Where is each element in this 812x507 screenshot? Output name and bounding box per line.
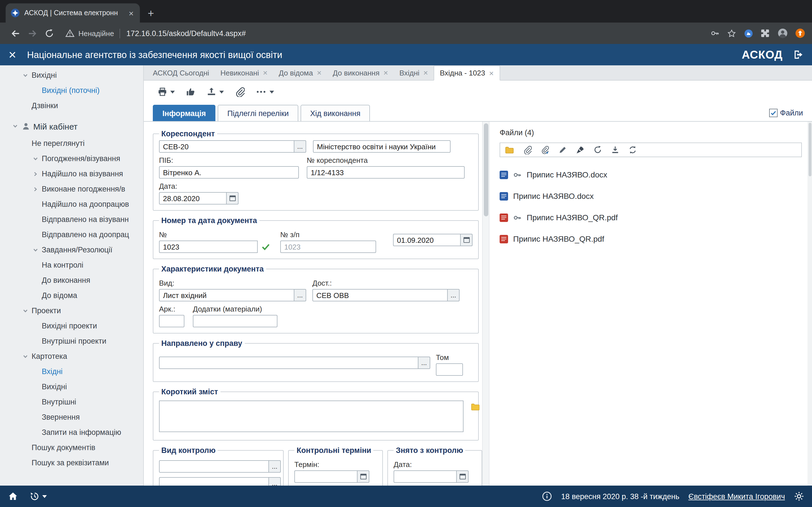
sidebar-item[interactable]: Запити на інформацію <box>0 425 143 440</box>
sidebar-item[interactable]: Вхідні <box>0 364 143 379</box>
extensions-puzzle-icon[interactable] <box>761 29 770 38</box>
current-user-link[interactable]: Євстіфеєв Микита Ігорович <box>688 492 785 501</box>
sync-button[interactable] <box>628 145 637 154</box>
sidebar-item[interactable]: Завдання/Резолюції <box>0 242 143 258</box>
sidebar-item[interactable]: Картотека <box>0 349 143 364</box>
tab-execution-progress[interactable]: Хід виконання <box>301 105 370 121</box>
tab-close-icon[interactable]: × <box>489 69 494 77</box>
add-file-button[interactable] <box>505 145 514 155</box>
folder-button[interactable] <box>471 403 480 411</box>
file-item[interactable]: Припис НАЗЯВО.docx <box>500 164 802 185</box>
document-tab[interactable]: До виконання× <box>327 65 394 80</box>
doc-zp-input[interactable] <box>280 240 376 253</box>
control-kind-input-2[interactable] <box>159 477 269 486</box>
more-dots-button[interactable] <box>251 84 278 100</box>
not-secure-warning-icon[interactable] <box>65 29 74 38</box>
document-tab[interactable]: Вхідні× <box>394 65 434 80</box>
calendar-button[interactable] <box>357 470 369 483</box>
attach-sign-button[interactable] <box>540 145 550 155</box>
tab-close-icon[interactable]: × <box>423 69 428 76</box>
update-badge-icon[interactable] <box>795 28 805 38</box>
termin-input[interactable] <box>294 470 357 483</box>
sidebar-item[interactable]: Надійшло на доопрацюв <box>0 196 143 212</box>
control-kind-browse-button[interactable]: ... <box>268 460 281 473</box>
ark-input[interactable] <box>159 315 185 327</box>
pib-input[interactable] <box>159 166 299 179</box>
correspondent-browse-button[interactable]: ... <box>294 140 306 153</box>
vid-input[interactable] <box>159 289 294 301</box>
control-off-date-input[interactable] <box>394 470 457 483</box>
sidebar-item[interactable]: Надійшло на візування <box>0 166 143 181</box>
paperclip-button[interactable] <box>230 84 249 100</box>
calendar-button[interactable] <box>460 234 472 246</box>
browser-tab[interactable]: АСКОД | Система електронн × <box>6 3 140 22</box>
file-item[interactable]: Припис НАЗЯВО_QR.pdf <box>500 207 802 228</box>
attach-button[interactable] <box>523 145 532 154</box>
extension-icon[interactable] <box>744 29 753 38</box>
sidebar-item[interactable]: До виконання <box>0 273 143 288</box>
collapse-sidebar-button[interactable]: × <box>0 48 25 61</box>
document-tab[interactable]: До відома× <box>273 65 327 80</box>
correspondent-code-input[interactable] <box>159 140 294 153</box>
correspondent-org-input[interactable] <box>313 140 451 153</box>
dost-input[interactable] <box>312 289 448 301</box>
checkbox-checked-icon[interactable] <box>769 109 778 117</box>
tom-input[interactable] <box>436 363 463 376</box>
scrollbar-thumb[interactable] <box>484 123 488 216</box>
dodatky-input[interactable] <box>193 315 277 327</box>
dost-browse-button[interactable]: ... <box>447 289 460 301</box>
sidebar-item[interactable]: Вихідні <box>0 379 143 394</box>
printer-button[interactable] <box>153 84 179 100</box>
tab-close-icon[interactable]: × <box>384 69 388 76</box>
sidebar-item[interactable]: Відправлено на візуванн <box>0 212 143 227</box>
tab-sublists[interactable]: Підлеглі переліки <box>218 105 298 121</box>
profile-avatar-icon[interactable] <box>777 28 788 38</box>
export-button[interactable] <box>202 84 229 100</box>
files-checkbox[interactable]: Файли <box>769 109 803 117</box>
tab-information[interactable]: Інформація <box>153 105 215 121</box>
document-tab[interactable]: Невиконані× <box>215 65 273 80</box>
logout-icon[interactable] <box>793 49 804 60</box>
sidebar-item[interactable]: Звернення <box>0 409 143 425</box>
back-button[interactable] <box>7 28 24 39</box>
doc-date-input[interactable] <box>393 234 461 246</box>
home-button[interactable] <box>8 491 18 501</box>
file-item[interactable]: Припис НАЗЯВО.docx <box>500 185 802 207</box>
sidebar-item[interactable]: Пошук за реквізитами <box>0 455 143 470</box>
sidebar-item[interactable]: Погодження/візування <box>0 151 143 166</box>
sidebar-item[interactable]: Вихідні <box>0 68 143 83</box>
edit-pen-button[interactable] <box>558 145 567 154</box>
calendar-button[interactable] <box>456 470 469 483</box>
doc-number-input[interactable] <box>159 240 258 253</box>
document-tab[interactable]: Вхідна - 1023× <box>434 65 500 80</box>
correspondent-number-input[interactable] <box>307 166 465 179</box>
key-saved-icon[interactable] <box>711 29 719 38</box>
bookmark-star-icon[interactable] <box>727 29 737 38</box>
tab-close-icon[interactable]: × <box>317 69 321 76</box>
sidebar-item[interactable]: Пошук документів <box>0 440 143 455</box>
tab-close-icon[interactable]: × <box>263 69 267 76</box>
vid-browse-button[interactable]: ... <box>294 289 306 301</box>
url-text[interactable]: 172.16.0.15/askod/Defaultv4.aspx# <box>126 29 704 38</box>
sidebar-item[interactable]: Внутрішні проекти <box>0 334 143 349</box>
scrollbar-thumb[interactable] <box>808 123 811 176</box>
sidebar-item[interactable]: Мій кабінет <box>0 117 143 136</box>
settings-gear-button[interactable] <box>794 491 804 501</box>
form-scrollbar[interactable] <box>482 122 490 486</box>
reload-button[interactable] <box>41 29 57 38</box>
sidebar-item[interactable]: Проекти <box>0 303 143 318</box>
summary-textarea[interactable] <box>159 400 463 432</box>
sidebar-item[interactable]: Вихідні (поточні) <box>0 83 143 98</box>
info-icon[interactable] <box>542 491 552 501</box>
thumbs-up-button[interactable] <box>181 84 200 100</box>
forward-button[interactable] <box>24 28 41 39</box>
security-label[interactable]: Ненадійне <box>79 29 114 38</box>
sidebar-item[interactable]: На контролі <box>0 258 143 273</box>
page-scrollbar[interactable] <box>808 122 812 486</box>
control-kind-browse-button[interactable]: ... <box>268 477 281 486</box>
case-input[interactable] <box>159 356 418 369</box>
refresh-button[interactable] <box>593 145 602 154</box>
document-tab[interactable]: АСКОД Сьогодні <box>147 65 215 80</box>
correspondent-date-input[interactable] <box>159 192 227 205</box>
sidebar-item[interactable]: Вихідні проекти <box>0 318 143 334</box>
